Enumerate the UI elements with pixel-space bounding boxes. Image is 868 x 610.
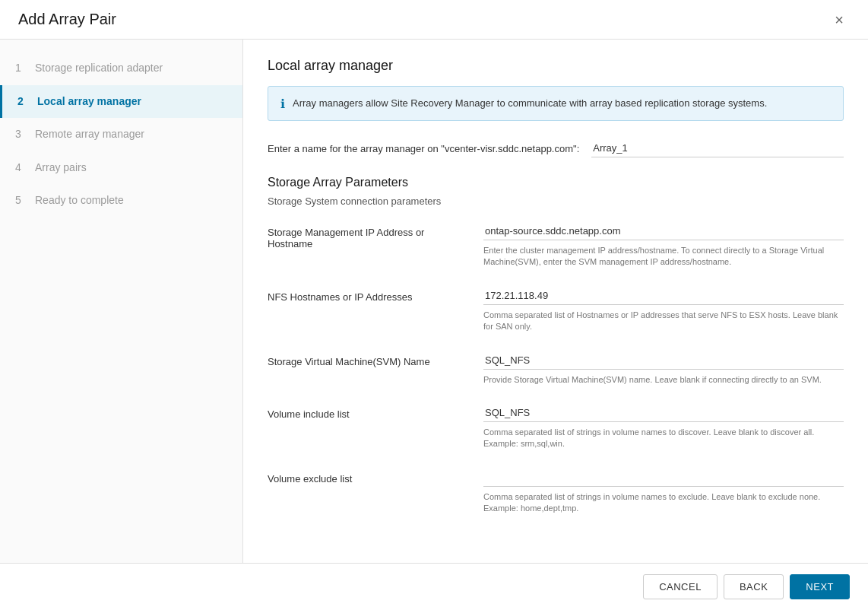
input-volume-exclude[interactable] (483, 469, 844, 487)
sidebar-label-1: Storage replication adapter (35, 61, 163, 76)
step-num-3: 3 (15, 127, 27, 142)
hint-volume-exclude: Comma separated list of strings in volum… (483, 491, 844, 515)
sidebar-item-storage-replication-adapter[interactable]: 1 Storage replication adapter (0, 52, 242, 85)
sidebar-label-5: Ready to complete (35, 193, 124, 208)
sidebar-item-array-pairs[interactable]: 4 Array pairs (0, 151, 242, 185)
cancel-button[interactable]: CANCEL (643, 574, 718, 599)
input-volume-include[interactable] (483, 404, 844, 422)
sidebar-item-remote-array-manager[interactable]: 3 Remote array manager (0, 118, 242, 151)
sidebar-label-3: Remote array manager (35, 127, 144, 142)
step-num-2: 2 (17, 94, 30, 110)
field-volume-include: Comma separated list of strings in volum… (483, 404, 844, 450)
form-group-svm-name: Storage Virtual Machine(SVM) Name Provid… (268, 351, 844, 386)
label-volume-exclude: Volume exclude list (268, 469, 465, 485)
main-content: Local array manager ℹ Array managers all… (243, 40, 868, 563)
info-icon: ℹ (280, 97, 285, 111)
info-banner: ℹ Array managers allow Site Recovery Man… (268, 86, 844, 121)
sidebar-item-local-array-manager[interactable]: 2 Local array manager (0, 85, 242, 119)
input-nfs-hostnames[interactable] (483, 287, 844, 305)
hint-volume-include: Comma separated list of strings in volum… (483, 427, 844, 450)
dialog-title: Add Array Pair (18, 11, 116, 28)
dialog-footer: CANCEL BACK NEXT (0, 563, 868, 610)
label-svm-name: Storage Virtual Machine(SVM) Name (268, 351, 465, 367)
connection-params-label: Storage System connection parameters (268, 195, 844, 207)
field-volume-exclude: Comma separated list of strings in volum… (483, 469, 844, 515)
form-group-nfs-hostnames: NFS Hostnames or IP Addresses Comma sepa… (268, 287, 844, 333)
close-button[interactable]: × (828, 9, 850, 30)
form-group-volume-exclude: Volume exclude list Comma separated list… (268, 469, 844, 515)
array-name-row: Enter a name for the array manager on "v… (268, 139, 844, 157)
page-title: Local array manager (268, 58, 844, 74)
input-svm-name[interactable] (483, 351, 844, 370)
field-nfs-hostnames: Comma separated list of Hostnames or IP … (483, 287, 844, 333)
hint-storage-mgmt-ip: Enter the cluster management IP address/… (483, 245, 844, 268)
info-banner-text: Array managers allow Site Recovery Manag… (293, 96, 767, 111)
sidebar-label-4: Array pairs (35, 160, 87, 176)
storage-params-title: Storage Array Parameters (268, 176, 844, 189)
dialog-body: 1 Storage replication adapter 2 Local ar… (0, 40, 868, 563)
label-nfs-hostnames: NFS Hostnames or IP Addresses (268, 287, 465, 303)
array-name-input[interactable] (591, 139, 844, 157)
form-group-volume-include: Volume include list Comma separated list… (268, 404, 844, 450)
array-name-label: Enter a name for the array manager on "v… (268, 143, 579, 154)
step-num-1: 1 (15, 61, 27, 76)
sidebar: 1 Storage replication adapter 2 Local ar… (0, 40, 243, 563)
back-button[interactable]: BACK (724, 574, 784, 599)
form-group-storage-mgmt-ip: Storage Management IP Address or Hostnam… (268, 222, 844, 268)
sidebar-item-ready-to-complete[interactable]: 5 Ready to complete (0, 184, 242, 218)
input-storage-mgmt-ip[interactable] (483, 222, 844, 240)
hint-nfs-hostnames: Comma separated list of Hostnames or IP … (483, 310, 844, 333)
step-num-5: 5 (15, 193, 27, 208)
hint-svm-name: Provide Storage Virtual Machine(SVM) nam… (483, 374, 844, 386)
next-button[interactable]: NEXT (790, 574, 850, 599)
label-volume-include: Volume include list (268, 404, 465, 420)
sidebar-label-2: Local array manager (37, 94, 141, 110)
field-storage-mgmt-ip: Enter the cluster management IP address/… (483, 222, 844, 268)
label-storage-mgmt-ip: Storage Management IP Address or Hostnam… (268, 222, 465, 249)
add-array-pair-dialog: Add Array Pair × 1 Storage replication a… (0, 0, 868, 610)
step-num-4: 4 (15, 160, 27, 176)
field-svm-name: Provide Storage Virtual Machine(SVM) nam… (483, 351, 844, 386)
dialog-header: Add Array Pair × (0, 0, 868, 40)
